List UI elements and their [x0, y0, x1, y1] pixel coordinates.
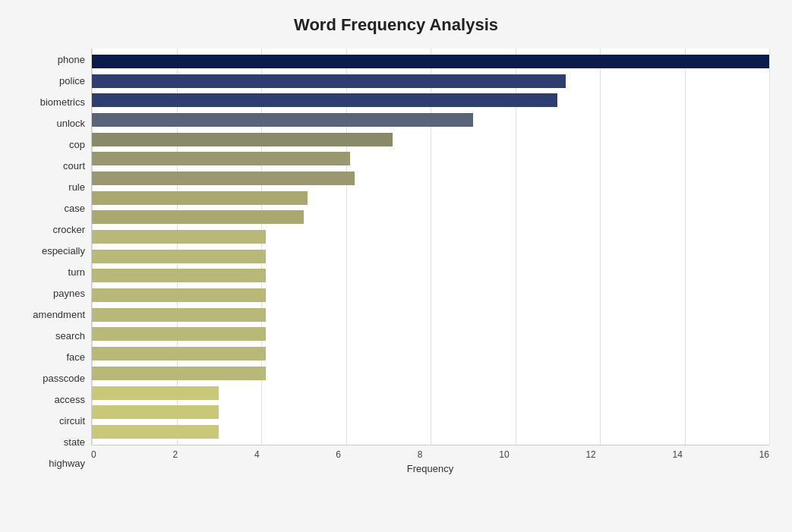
x-tick: 10: [499, 449, 509, 460]
x-tick: 6: [336, 449, 341, 460]
bar: [92, 367, 266, 380]
bar-row: [92, 92, 769, 109]
y-label: circuit: [59, 411, 85, 431]
bar: [92, 210, 304, 224]
bar-row: [92, 248, 769, 265]
chart-area: phonepolicebiometricsunlockcopcourtrulec…: [23, 49, 769, 474]
bar: [92, 250, 266, 263]
bar-row: [92, 112, 769, 128]
bar: [92, 55, 769, 68]
y-label: face: [66, 348, 85, 367]
x-tick: 14: [673, 449, 683, 460]
bar: [92, 93, 557, 107]
bar: [92, 327, 266, 341]
bar-row: [92, 73, 769, 90]
bar-row: [92, 228, 769, 245]
y-label: court: [63, 156, 85, 175]
bar-row: [92, 307, 769, 323]
bar-row: [92, 170, 769, 187]
bar: [92, 74, 566, 88]
chart-container: Word Frequency Analysis phonepolicebiome…: [0, 0, 792, 532]
bar-row: [92, 131, 769, 148]
y-label: turn: [68, 262, 85, 282]
y-label: police: [59, 71, 85, 90]
bar-row: [92, 267, 769, 284]
bar: [92, 269, 266, 282]
y-label: paynes: [53, 284, 85, 304]
y-label: unlock: [56, 113, 85, 133]
bar-row: [92, 385, 769, 401]
bar: [92, 425, 219, 439]
x-tick: 0: [91, 449, 96, 460]
y-label: amendment: [33, 305, 85, 325]
bar: [92, 288, 266, 302]
y-label: phone: [58, 49, 85, 69]
y-label: biometrics: [40, 92, 85, 112]
bar: [92, 172, 355, 185]
bar: [92, 133, 393, 146]
bar-row: [92, 345, 769, 362]
y-label: access: [55, 390, 85, 410]
x-tick: 16: [759, 449, 769, 460]
x-tick: 2: [172, 449, 178, 460]
bars-wrapper: [91, 49, 769, 445]
bar-row: [92, 209, 769, 225]
bar: [92, 347, 266, 360]
bar: [92, 152, 350, 165]
y-label: rule: [68, 177, 85, 197]
bar-row: [92, 326, 769, 342]
x-tick: 12: [585, 449, 595, 460]
y-labels: phonepolicebiometricsunlockcopcourtrulec…: [23, 49, 91, 474]
bar: [92, 386, 219, 400]
y-label: passcode: [43, 369, 85, 389]
bar-row: [92, 404, 769, 420]
bars-inner: [92, 49, 769, 445]
bar: [92, 113, 473, 127]
bar-row: [92, 53, 769, 70]
bars-and-x: 0246810121416 Frequency: [91, 49, 769, 474]
bar-row: [92, 190, 769, 206]
bar-row: [92, 150, 769, 167]
chart-title: Word Frequency Analysis: [23, 15, 769, 35]
y-label: case: [65, 198, 85, 218]
x-axis-label: Frequency: [91, 463, 769, 474]
y-label: highway: [49, 454, 85, 474]
bar-row: [92, 287, 769, 304]
bar: [92, 405, 219, 419]
bar-row: [92, 365, 769, 382]
y-label: search: [55, 326, 85, 346]
y-label: especially: [42, 241, 85, 260]
y-label: state: [64, 433, 85, 452]
bar: [92, 191, 308, 205]
bar-row: [92, 423, 769, 440]
x-axis: 0246810121416: [91, 445, 769, 460]
bar: [92, 308, 266, 322]
x-tick: 8: [418, 449, 423, 460]
y-label: cop: [69, 134, 85, 154]
x-tick: 4: [254, 449, 260, 460]
grid-line: [769, 49, 770, 445]
bar: [92, 230, 266, 244]
y-label: crocker: [52, 219, 85, 239]
